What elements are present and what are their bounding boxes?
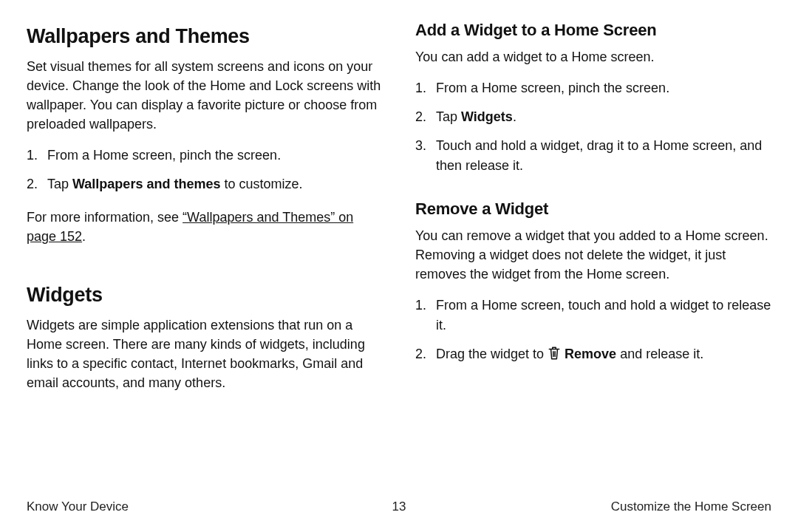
step-item: Drag the widget to Remove and release it… (415, 344, 771, 364)
footer-page-number: 13 (392, 499, 406, 514)
step-item: Tap Wallpapers and themes to customize. (27, 174, 383, 194)
cross-reference: For more information, see “Wallpapers an… (27, 208, 383, 246)
steps-list: From a Home screen, pinch the screen. Ta… (27, 146, 383, 194)
right-column: Add a Widget to a Home Screen You can ad… (415, 21, 771, 464)
steps-list: From a Home screen, touch and hold a wid… (415, 296, 771, 364)
footer-left: Know Your Device (27, 499, 129, 514)
paragraph: You can remove a widget that you added t… (415, 226, 771, 284)
step-text: Tap (436, 109, 461, 124)
step-item: Tap Widgets. (415, 107, 771, 127)
step-bold: Wallpapers and themes (72, 177, 220, 191)
heading-widgets: Widgets (27, 284, 383, 307)
step-text: Drag the widget to (436, 347, 548, 361)
steps-list: From a Home screen, pinch the screen. Ta… (415, 78, 771, 176)
step-text: to customize. (220, 177, 302, 191)
left-column: Wallpapers and Themes Set visual themes … (27, 21, 383, 464)
step-text: and release it. (616, 347, 703, 361)
heading-wallpapers-themes: Wallpapers and Themes (27, 25, 383, 48)
page-footer: Know Your Device 13 Customize the Home S… (27, 499, 771, 514)
paragraph: Set visual themes for all system screens… (27, 57, 383, 134)
step-bold: Widgets (461, 109, 513, 124)
spacer (415, 189, 771, 200)
step-text: Tap (47, 177, 72, 191)
heading-add-widget: Add a Widget to a Home Screen (415, 21, 771, 40)
step-item: From a Home screen, pinch the screen. (415, 78, 771, 98)
spacer (27, 263, 383, 279)
step-text: . (513, 109, 516, 124)
trash-icon (548, 346, 561, 361)
step-item: From a Home screen, pinch the screen. (27, 146, 383, 166)
step-item: Touch and hold a widget, drag it to a Ho… (415, 136, 771, 176)
crossref-text: For more information, see (27, 210, 183, 225)
step-bold: Remove (561, 347, 616, 361)
paragraph: Widgets are simple application extension… (27, 316, 383, 392)
heading-remove-widget: Remove a Widget (415, 200, 771, 219)
crossref-text: . (82, 229, 86, 244)
paragraph: You can add a widget to a Home screen. (415, 47, 771, 66)
footer-right: Customize the Home Screen (611, 499, 771, 514)
step-item: From a Home screen, touch and hold a wid… (415, 296, 771, 335)
content-columns: Wallpapers and Themes Set visual themes … (27, 21, 771, 464)
